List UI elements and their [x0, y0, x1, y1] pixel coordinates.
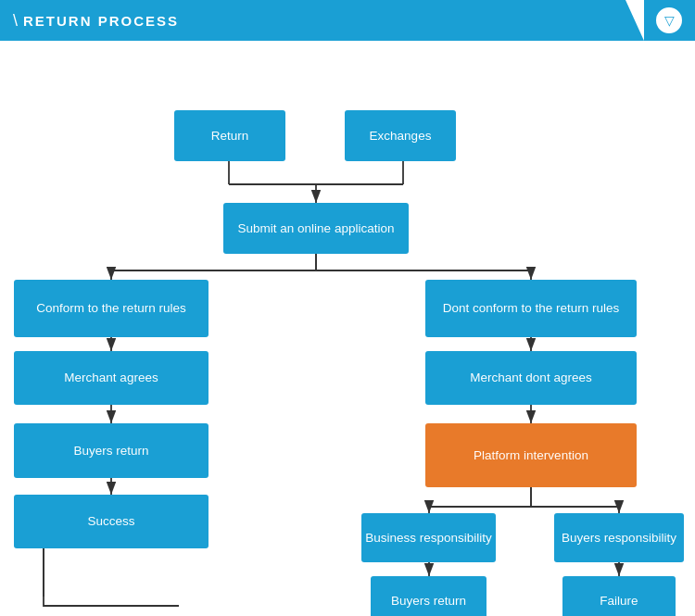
merchant-agrees-box: Merchant agrees	[14, 351, 208, 405]
merchant-dont-agrees-box: Merchant dont agrees	[425, 351, 637, 405]
flowchart-area: Return Exchanges Submit an online applic…	[0, 41, 695, 616]
dropdown-icon[interactable]: ▽	[656, 7, 682, 33]
header: \ RETURN PROCESS ▽	[0, 0, 695, 41]
submit-box: Submit an online application	[223, 203, 409, 254]
header-slash: \	[13, 11, 18, 31]
business-responsibility-box: Business responsibility	[361, 513, 496, 562]
dont-conform-box: Dont conform to the return rules	[425, 280, 637, 337]
return-box: Return	[174, 110, 285, 161]
buyers-responsibility-box: Buyers responsibility	[554, 513, 684, 562]
success-box: Success	[14, 495, 208, 548]
platform-intervention-box: Platform intervention	[425, 423, 637, 487]
conform-box: Conform to the return rules	[14, 280, 208, 337]
exchanges-box: Exchanges	[345, 110, 456, 161]
buyers-return-right-box: Buyers return	[371, 576, 486, 616]
header-title: RETURN PROCESS	[23, 13, 179, 29]
buyers-return-left-box: Buyers return	[14, 423, 208, 478]
failure-box: Failure	[562, 576, 676, 616]
